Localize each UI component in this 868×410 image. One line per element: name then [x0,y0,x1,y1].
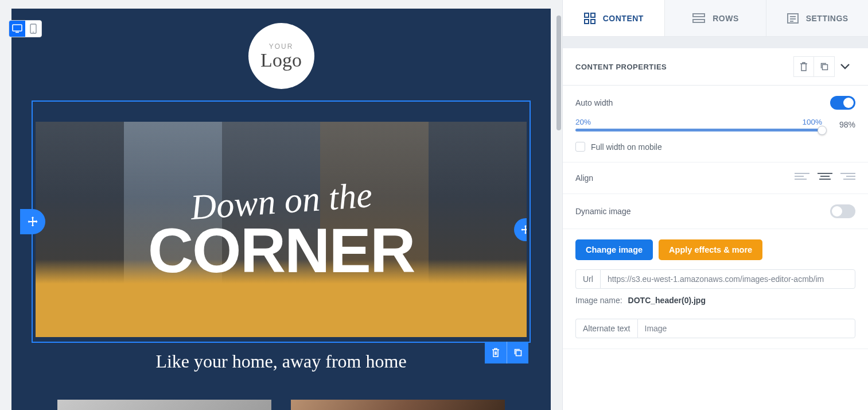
align-center-button[interactable] [818,173,832,183]
slider-thumb[interactable] [818,126,827,135]
duplicate-icon [820,62,829,71]
slider-max-label: 100% [802,118,822,126]
url-label: Url [575,269,600,289]
full-width-mobile-checkbox[interactable]: Full width on mobile [575,142,855,152]
selected-image-block[interactable]: Down on the CORNER [32,100,531,343]
svg-rect-8 [591,20,595,24]
svg-point-3 [33,32,34,33]
duplicate-block-button[interactable] [507,342,528,363]
column-image-left[interactable] [57,400,271,410]
apply-effects-button[interactable]: Apply effects & more [659,239,762,260]
email-template: YOUR Logo Down on the CORNER [11,9,551,410]
duplicate-content-button[interactable] [814,56,835,77]
slider-min-label: 20% [575,118,591,126]
logo-placeholder[interactable]: YOUR Logo [248,23,314,89]
dynamic-image-row: Dynamic image [563,194,868,229]
change-image-button[interactable]: Change image [575,239,653,260]
dynamic-image-toggle[interactable] [830,204,855,218]
alt-text-row: Alternate text [563,315,868,349]
svg-rect-6 [591,13,595,17]
column-image-right[interactable] [291,400,505,410]
tab-rows[interactable]: ROWS [665,0,767,36]
width-slider[interactable] [575,129,822,131]
move-icon [520,225,527,235]
mobile-icon [30,24,37,34]
duplicate-icon [513,348,523,357]
alt-text-input[interactable] [637,319,856,338]
slider-value: 98% [839,120,855,129]
image-name-value: DOTC_header(0).jpg [628,296,706,305]
collapse-section-button[interactable] [835,56,855,77]
content-properties-header: CONTENT PROPERTIES [563,48,868,86]
checkbox-icon [575,142,585,152]
hero-bold-text: CORNER [148,222,415,279]
svg-rect-0 [13,25,22,31]
content-icon [583,12,596,25]
panel-tabs: CONTENT ROWS SETTINGS [563,0,868,37]
image-source-row: Change image Apply effects & more Url Im… [563,229,868,315]
hero-image[interactable]: Down on the CORNER [36,122,527,337]
align-left-button[interactable] [795,173,809,183]
svg-rect-5 [585,13,589,17]
tab-content[interactable]: CONTENT [563,0,665,36]
device-toggle [9,20,42,37]
rows-icon [692,13,706,24]
delete-content-button[interactable] [793,56,814,77]
url-input[interactable] [600,269,855,289]
settings-icon [787,13,799,24]
tab-settings[interactable]: SETTINGS [766,0,868,36]
auto-width-row: Auto width 20% 100% 98% [563,86,868,163]
properties-panel: CONTENT ROWS SETTINGS CONTENT PROPERTIES [562,0,868,410]
mobile-view-button[interactable] [25,21,41,37]
dynamic-image-label: Dynamic image [575,207,630,216]
svg-rect-15 [822,65,827,70]
chevron-down-icon [840,63,850,70]
align-right-button[interactable] [840,173,855,183]
auto-width-label: Auto width [575,98,613,107]
svg-rect-10 [693,20,704,22]
canvas-scrollbar[interactable] [555,9,562,410]
move-icon [27,216,38,227]
desktop-icon [12,24,22,33]
align-row: Align [563,163,868,194]
desktop-view-button[interactable] [9,21,25,37]
logo-script-text: Logo [260,51,302,70]
two-column-row[interactable] [32,400,531,410]
panel-scroll-area[interactable]: CONTENT PROPERTIES Auto width [563,37,868,410]
delete-block-button[interactable] [485,342,507,363]
tagline-text[interactable]: Like your home, away from home [32,351,531,372]
svg-rect-9 [693,14,704,17]
svg-rect-7 [585,20,589,24]
svg-rect-4 [516,351,521,356]
align-label: Align [575,173,593,183]
alt-text-label: Alternate text [575,319,637,338]
block-action-bar [485,342,528,363]
row-drag-handle[interactable] [20,209,45,234]
editor-canvas: YOUR Logo Down on the CORNER [0,0,562,410]
section-title: CONTENT PROPERTIES [575,63,667,71]
trash-icon [491,347,500,358]
svg-rect-1 [15,32,19,33]
trash-icon [799,61,808,72]
image-name-label: Image name: [575,296,622,305]
auto-width-toggle[interactable] [830,96,855,110]
